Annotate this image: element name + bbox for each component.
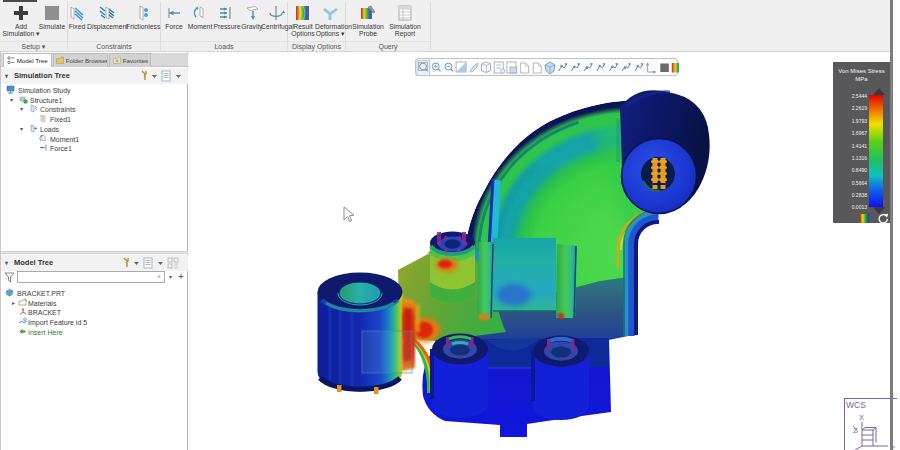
svg-text:WCS: WCS <box>846 400 866 410</box>
svg-text:X: X <box>859 413 864 422</box>
